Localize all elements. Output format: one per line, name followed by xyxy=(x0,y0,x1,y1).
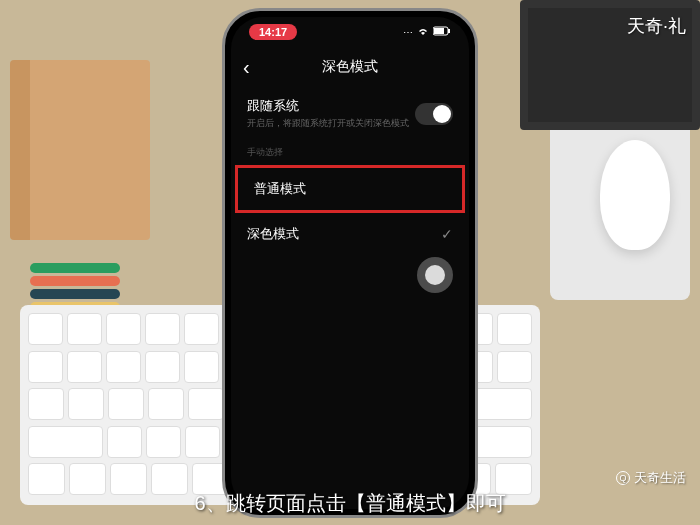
watermark-top-right: 天奇·礼 xyxy=(627,14,686,38)
page-title: 深色模式 xyxy=(322,58,378,76)
assistive-touch-button[interactable] xyxy=(417,257,453,293)
phone-screen: 14:17 ⋯ ‹ 深色模式 跟随系统 开启后，将跟随系统打开或关闭深色模式 xyxy=(231,17,469,509)
wifi-icon xyxy=(417,26,429,38)
signal-icon: ⋯ xyxy=(403,27,413,38)
status-time: 14:17 xyxy=(249,24,297,40)
status-icons: ⋯ xyxy=(403,26,451,38)
mouse-prop xyxy=(600,140,670,250)
option-normal-mode[interactable]: 普通模式 xyxy=(235,165,465,213)
option-dark-label: 深色模式 xyxy=(247,225,299,243)
watermark-text: 天奇生活 xyxy=(634,469,686,487)
option-dark-mode[interactable]: 深色模式 ✓ xyxy=(231,213,469,255)
manual-select-label: 手动选择 xyxy=(231,140,469,165)
back-icon[interactable]: ‹ xyxy=(243,56,250,79)
nav-header: ‹ 深色模式 xyxy=(231,47,469,87)
svg-rect-1 xyxy=(434,28,444,34)
follow-system-toggle[interactable] xyxy=(415,103,453,125)
follow-system-row[interactable]: 跟随系统 开启后，将跟随系统打开或关闭深色模式 xyxy=(231,87,469,140)
follow-system-label: 跟随系统 xyxy=(247,97,409,115)
svg-rect-2 xyxy=(448,29,450,33)
notebook-prop xyxy=(10,60,150,240)
option-normal-label: 普通模式 xyxy=(254,180,306,198)
watermark-bottom-right: Q 天奇生活 xyxy=(616,469,686,487)
battery-icon xyxy=(433,26,451,38)
follow-system-description: 开启后，将跟随系统打开或关闭深色模式 xyxy=(247,117,409,130)
follow-system-text: 跟随系统 开启后，将跟随系统打开或关闭深色模式 xyxy=(247,97,409,130)
instruction-caption: 6、跳转页面点击【普通模式】即可 xyxy=(194,490,505,517)
status-bar: 14:17 ⋯ xyxy=(231,17,469,47)
phone-frame: 14:17 ⋯ ‹ 深色模式 跟随系统 开启后，将跟随系统打开或关闭深色模式 xyxy=(222,8,478,518)
checkmark-icon: ✓ xyxy=(441,226,453,242)
watermark-logo-icon: Q xyxy=(616,471,630,485)
